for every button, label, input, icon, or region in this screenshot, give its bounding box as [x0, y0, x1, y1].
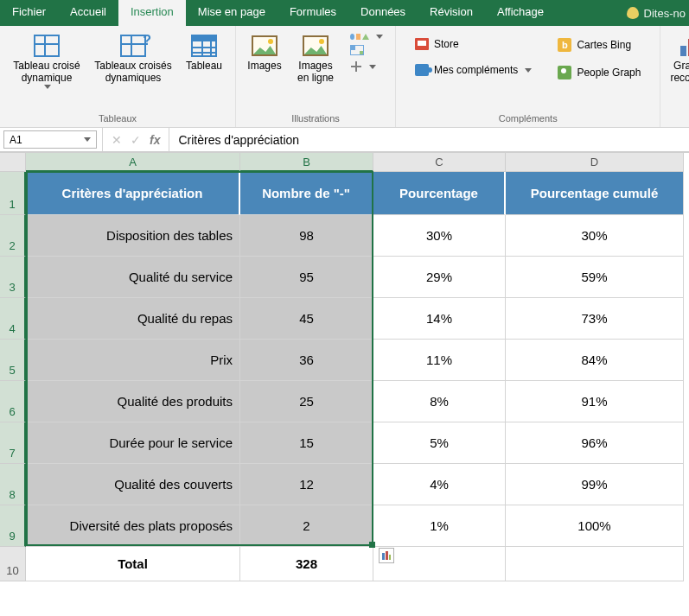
cell-C7[interactable]: 5% — [373, 422, 506, 464]
cell-D7[interactable]: 96% — [506, 422, 684, 464]
cell-B8[interactable]: 12 — [240, 464, 373, 505]
my-addins-label: Mes compléments — [434, 64, 518, 76]
cell-A6[interactable]: Qualité des produits — [26, 381, 240, 422]
screenshot-button[interactable] — [347, 59, 386, 74]
cell-D4[interactable]: 73% — [506, 298, 684, 340]
cell-D6[interactable]: 91% — [506, 381, 684, 422]
shapes-button[interactable] — [347, 31, 386, 41]
ribbon-group-charts: Graphiq recomma — [660, 26, 689, 127]
cell-C3[interactable]: 29% — [373, 257, 506, 298]
formula-bar-value: Critères d'appréciation — [178, 133, 299, 147]
insert-function-icon[interactable]: fx — [150, 133, 160, 147]
cell-C6[interactable]: 8% — [373, 381, 506, 422]
recommended-pivots-label: Tableaux croisés dynamiques — [94, 60, 171, 85]
formula-bar-input[interactable]: Critères d'appréciation — [169, 128, 689, 151]
images-button[interactable]: Images — [241, 29, 288, 76]
cell-B6[interactable]: 25 — [240, 381, 373, 422]
cell-D10[interactable] — [506, 547, 684, 581]
chevron-down-icon — [369, 65, 376, 69]
images-label: Images — [247, 60, 281, 73]
smartart-button[interactable] — [347, 43, 386, 57]
cell-A5[interactable]: Prix — [26, 340, 240, 381]
row-header-3[interactable]: 3 — [0, 257, 26, 298]
cell-C8[interactable]: 4% — [373, 464, 506, 505]
shapes-icon — [350, 33, 369, 40]
chevron-down-icon — [84, 137, 91, 142]
row-header-5[interactable]: 5 — [0, 340, 26, 381]
chevron-down-icon — [525, 68, 532, 73]
cell-D1[interactable]: Pourcentage cumulé — [506, 172, 684, 215]
tab-insertion[interactable]: Insertion — [118, 0, 186, 26]
recommended-pivots-button[interactable]: ? Tableaux croisés dynamiques — [92, 29, 175, 88]
tab-affichage[interactable]: Affichage — [485, 0, 556, 26]
row-header-4[interactable]: 4 — [0, 298, 26, 340]
cell-D3[interactable]: 59% — [506, 257, 684, 298]
pivot-table-label: Tableau croisé dynamique — [13, 60, 80, 85]
col-header-C[interactable]: C — [373, 153, 506, 172]
group-label-illustrations: Illustrations — [241, 111, 390, 127]
cell-B3[interactable]: 95 — [240, 257, 373, 298]
group-label-addins: Compléments — [401, 111, 654, 127]
quick-analysis-button[interactable] — [379, 548, 394, 563]
cell-B1[interactable]: Nombre de "-" — [240, 172, 373, 215]
tab-revision[interactable]: Révision — [418, 0, 485, 26]
cell-B7[interactable]: 15 — [240, 422, 373, 464]
cell-B10[interactable]: 328 — [240, 547, 373, 581]
svg-rect-1 — [386, 551, 388, 560]
cell-C5[interactable]: 11% — [373, 340, 506, 381]
col-header-A[interactable]: A — [26, 153, 240, 172]
cell-A10[interactable]: Total — [26, 547, 240, 581]
tab-mise-en-page[interactable]: Mise en page — [186, 0, 278, 26]
cell-A3[interactable]: Qualité du service — [26, 257, 240, 298]
row-header-9[interactable]: 9 — [0, 505, 26, 547]
pivot-table-button[interactable]: Tableau croisé dynamique — [5, 29, 88, 92]
my-addins-button[interactable]: Mes compléments — [411, 62, 535, 78]
row-header-2[interactable]: 2 — [0, 215, 26, 257]
tab-formules[interactable]: Formules — [278, 0, 348, 26]
enter-formula-icon[interactable]: ✓ — [131, 133, 141, 147]
bing-maps-label: Cartes Bing — [577, 39, 631, 51]
bing-maps-button[interactable]: bCartes Bing — [554, 36, 644, 54]
cell-A4[interactable]: Qualité du repas — [26, 298, 240, 340]
cell-A2[interactable]: Disposition des tables — [26, 215, 240, 257]
cell-D5[interactable]: 84% — [506, 340, 684, 381]
cell-A9[interactable]: Diversité des plats proposés — [26, 505, 240, 547]
cell-A7[interactable]: Durée pour le service — [26, 422, 240, 464]
tab-donnees[interactable]: Données — [348, 0, 418, 26]
tell-me-label: Dites-no — [644, 7, 686, 20]
cell-A1[interactable]: Critères d'appréciation — [26, 172, 240, 215]
file-tab[interactable]: Fichier — [0, 0, 58, 26]
cell-D8[interactable]: 99% — [506, 464, 684, 505]
formula-bar-row: A1 ✕ ✓ fx Critères d'appréciation — [0, 128, 689, 152]
tell-me-search[interactable]: Dites-no — [618, 0, 689, 26]
cell-C1[interactable]: Pourcentage — [373, 172, 506, 215]
recommended-charts-button[interactable]: Graphiq recomma — [666, 29, 689, 88]
row-header-7[interactable]: 7 — [0, 422, 26, 464]
row-header-1[interactable]: 1 — [0, 172, 26, 215]
col-header-B[interactable]: B — [240, 153, 373, 172]
cell-C9[interactable]: 1% — [373, 505, 506, 547]
ribbon: Tableau croisé dynamique ? Tableaux croi… — [0, 26, 689, 128]
tab-accueil[interactable]: Accueil — [58, 0, 118, 26]
smartart-icon — [350, 45, 364, 55]
cancel-formula-icon[interactable]: ✕ — [112, 133, 122, 147]
cell-D2[interactable]: 30% — [506, 215, 684, 257]
select-all-corner[interactable] — [0, 153, 26, 172]
cell-C2[interactable]: 30% — [373, 215, 506, 257]
table-button[interactable]: Tableau — [178, 29, 230, 76]
row-header-6[interactable]: 6 — [0, 381, 26, 422]
cell-B4[interactable]: 45 — [240, 298, 373, 340]
cell-B5[interactable]: 36 — [240, 340, 373, 381]
cell-A8[interactable]: Qualité des couverts — [26, 464, 240, 505]
people-graph-button[interactable]: People Graph — [554, 64, 644, 81]
store-button[interactable]: Store — [411, 36, 535, 52]
online-images-button[interactable]: Images en ligne — [291, 29, 340, 88]
cell-B2[interactable]: 98 — [240, 215, 373, 257]
cell-D9[interactable]: 100% — [506, 505, 684, 547]
cell-B9[interactable]: 2 — [240, 505, 373, 547]
cell-C4[interactable]: 14% — [373, 298, 506, 340]
name-box[interactable]: A1 — [3, 130, 97, 149]
col-header-D[interactable]: D — [506, 153, 684, 172]
row-header-10[interactable]: 10 — [0, 547, 26, 581]
row-header-8[interactable]: 8 — [0, 464, 26, 505]
